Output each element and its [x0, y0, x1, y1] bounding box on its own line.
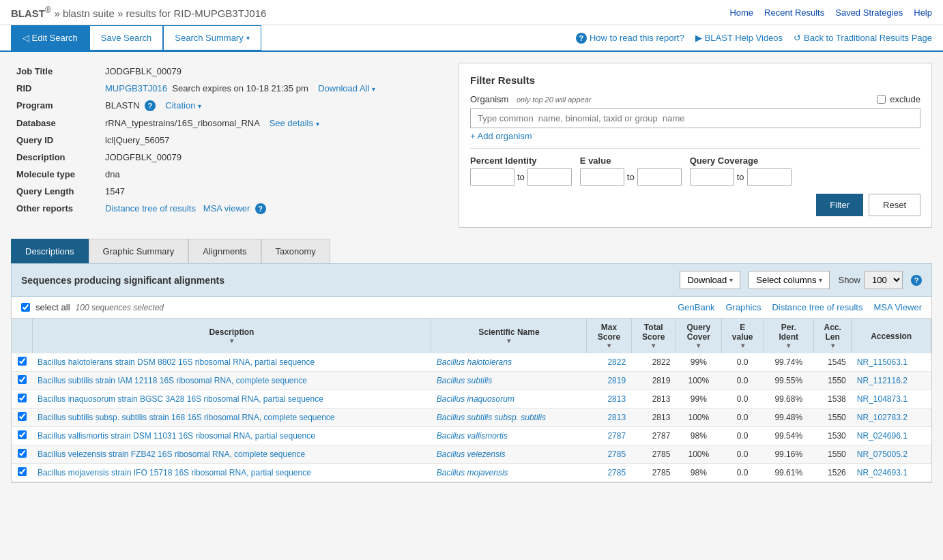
other-reports-help-icon[interactable]: ?	[255, 203, 266, 214]
nav-help[interactable]: Help	[914, 8, 932, 18]
query-coverage-to-val[interactable]	[747, 168, 792, 186]
results-help-icon[interactable]: ?	[911, 275, 922, 286]
max-score-link[interactable]: 2813	[607, 413, 626, 422]
desc-sort-icon[interactable]: ▾	[38, 337, 426, 344]
top-header: BLAST® » blastn suite » results for RID-…	[0, 0, 943, 25]
scientific-name-link[interactable]: Bacillus halotolerans	[437, 357, 512, 367]
nav-home[interactable]: Home	[729, 8, 753, 18]
select-columns-button[interactable]: Select columns ▾	[749, 271, 830, 289]
scientific-name-link[interactable]: Bacillus subtilis subsp. subtilis	[437, 413, 546, 422]
see-details-link[interactable]: See details ▾	[267, 118, 319, 128]
msa-viewer-link[interactable]: MSA viewer	[203, 203, 250, 213]
add-organism-link[interactable]: + Add organism	[470, 131, 532, 141]
tab-graphic-summary[interactable]: Graphic Summary	[89, 239, 189, 263]
row-per-ident: 99.74%	[764, 353, 813, 372]
organism-input[interactable]	[470, 108, 920, 128]
program-help-icon[interactable]: ?	[145, 100, 156, 111]
scientific-name-link[interactable]: Bacillus mojavensis	[437, 468, 508, 477]
row-checkbox[interactable]	[18, 357, 27, 366]
accession-link[interactable]: NR_102783.2	[857, 413, 908, 422]
row-checkbox[interactable]	[18, 412, 27, 421]
tab-descriptions[interactable]: Descriptions	[11, 239, 89, 263]
accession-link[interactable]: NR_024696.1	[857, 431, 908, 441]
back-to-traditional-link[interactable]: ↺ Back to Traditional Results Page	[794, 33, 932, 43]
scientific-name-link[interactable]: Bacillus inaquosorum	[437, 394, 514, 404]
exclude-checkbox[interactable]	[877, 95, 886, 104]
distance-tree-results-link[interactable]: Distance tree of results	[772, 302, 862, 312]
accession-link[interactable]: NR_115063.1	[857, 357, 908, 367]
scientific-name-link[interactable]: Bacillus vallismortis	[437, 431, 508, 441]
scientific-name-link[interactable]: Bacillus subtilis	[437, 376, 492, 385]
reset-button[interactable]: Reset	[869, 194, 920, 216]
save-search-button[interactable]: Save Search	[89, 25, 163, 50]
e-value-label: E value	[580, 156, 682, 166]
accession-link[interactable]: NR_112116.2	[857, 376, 908, 385]
program-row: Program BLASTN ? Citation ▾	[11, 97, 448, 115]
description-link[interactable]: Bacillus subtilis subsp. subtilis strain…	[38, 413, 335, 422]
description-link[interactable]: Bacillus vallismortis strain DSM 11031 1…	[38, 431, 315, 441]
scientific-name-link[interactable]: Bacillus velezensis	[437, 450, 506, 459]
row-max-score: 2785	[587, 464, 631, 482]
nav-saved-strategies[interactable]: Saved Strategies	[835, 8, 903, 18]
tab-alignments[interactable]: Alignments	[188, 239, 261, 263]
row-checkbox[interactable]	[18, 394, 27, 402]
program-label: Program	[11, 97, 100, 115]
percent-identity-from[interactable]	[470, 168, 514, 186]
row-acc-len: 1526	[814, 464, 852, 482]
row-checkbox[interactable]	[18, 430, 27, 439]
row-checkbox[interactable]	[18, 449, 27, 458]
row-max-score: 2785	[587, 445, 631, 464]
sci-name-sort-icon[interactable]: ▾	[437, 337, 581, 344]
query-cover-sort-icon[interactable]: ▾	[682, 342, 716, 349]
max-score-sort-icon[interactable]: ▾	[592, 342, 625, 349]
total-score-sort-icon[interactable]: ▾	[637, 342, 670, 349]
accession-link[interactable]: NR_024693.1	[857, 468, 908, 477]
description-link[interactable]: Bacillus mojavensis strain IFO 15718 16S…	[38, 468, 311, 477]
blast-help-videos-link[interactable]: ▶ BLAST Help Videos	[695, 33, 783, 43]
row-e-value: 0.0	[721, 409, 764, 427]
description-link[interactable]: Bacillus subtilis strain IAM 12118 16S r…	[38, 376, 307, 385]
genbank-link[interactable]: GenBank	[678, 302, 714, 312]
e-value-from[interactable]	[580, 168, 624, 186]
molecule-type-row: Molecule type dna	[11, 166, 448, 183]
max-score-link[interactable]: 2813	[607, 394, 626, 404]
distance-tree-link[interactable]: Distance tree of results	[105, 203, 196, 213]
e-value-to-val[interactable]	[637, 168, 682, 186]
job-title-value: JODGFBLK_00079	[100, 63, 448, 80]
edit-search-button[interactable]: ◁ Edit Search	[11, 25, 89, 50]
per-ident-sort-icon[interactable]: ▾	[770, 342, 808, 349]
download-button[interactable]: Download ▾	[680, 271, 740, 289]
description-link[interactable]: Bacillus velezensis strain FZB42 16S rib…	[38, 450, 305, 459]
row-e-value: 0.0	[721, 427, 764, 445]
graphics-link[interactable]: Graphics	[725, 302, 761, 312]
citation-link[interactable]: Citation ▾	[163, 100, 201, 110]
description-value: JODGFBLK_00079	[100, 149, 448, 166]
table-header-row: Description ▾ Scientific Name ▾ MaxScore…	[12, 319, 931, 353]
max-score-link[interactable]: 2819	[607, 376, 626, 385]
max-score-link[interactable]: 2785	[607, 450, 626, 459]
how-to-read-link[interactable]: ? How to read this report?	[576, 33, 684, 44]
max-score-link[interactable]: 2822	[607, 357, 626, 367]
tab-taxonomy[interactable]: Taxonomy	[261, 239, 330, 263]
filter-button[interactable]: Filter	[816, 194, 863, 216]
select-all-checkbox[interactable]	[21, 303, 30, 312]
percent-identity-to-val[interactable]	[527, 168, 572, 186]
accession-link[interactable]: NR_104873.1	[857, 394, 908, 404]
query-coverage-from[interactable]	[690, 168, 734, 186]
download-all-link[interactable]: Download All ▾	[316, 83, 375, 93]
rid-link[interactable]: MUPGB3TJ016	[105, 83, 167, 93]
row-checkbox[interactable]	[18, 375, 27, 384]
nav-recent-results[interactable]: Recent Results	[764, 8, 824, 18]
description-link[interactable]: Bacillus inaquosorum strain BGSC 3A28 16…	[38, 394, 323, 404]
row-checkbox[interactable]	[18, 467, 27, 476]
max-score-link[interactable]: 2787	[607, 431, 626, 441]
e-value-sort-icon[interactable]: ▾	[727, 342, 758, 349]
msa-viewer-results-link[interactable]: MSA Viewer	[873, 302, 922, 312]
max-score-link[interactable]: 2785	[607, 468, 626, 477]
accession-link[interactable]: NR_075005.2	[857, 450, 908, 459]
acc-len-sort-icon[interactable]: ▾	[819, 342, 845, 349]
description-link[interactable]: Bacillus halotolerans strain DSM 8802 16…	[38, 357, 315, 367]
top-nav: Home Recent Results Saved Strategies Hel…	[729, 8, 932, 18]
search-summary-button[interactable]: Search Summary ▾	[163, 25, 261, 50]
show-count-select[interactable]: 100 50 25	[865, 271, 903, 289]
